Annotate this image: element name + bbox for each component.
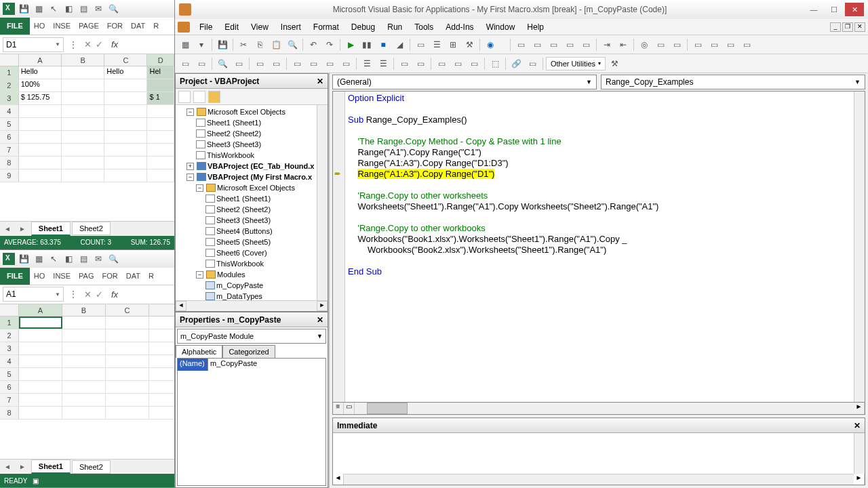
view-excel-icon[interactable]: ▦ xyxy=(178,37,193,52)
system-menu-icon[interactable] xyxy=(178,22,190,33)
cell[interactable] xyxy=(106,381,149,393)
cell[interactable] xyxy=(62,157,104,169)
menu-run[interactable]: Run xyxy=(382,20,408,34)
row-header[interactable]: 3 xyxy=(0,92,19,104)
col-header-b[interactable]: B xyxy=(62,304,106,316)
menu-debug[interactable]: Debug xyxy=(346,20,380,34)
cell[interactable] xyxy=(147,105,174,117)
tool-icon[interactable]: ▭ xyxy=(690,37,705,52)
cell[interactable] xyxy=(62,79,104,92)
mdi-close[interactable]: ✕ xyxy=(854,22,865,32)
col-header-c[interactable]: C xyxy=(106,304,149,316)
view-code-icon[interactable] xyxy=(178,91,191,103)
cell[interactable] xyxy=(62,355,106,367)
ribbon-tab-insert[interactable]: INSE xyxy=(49,18,75,35)
cell[interactable] xyxy=(19,157,62,169)
cell[interactable] xyxy=(104,144,147,156)
full-module-view-icon[interactable]: ▭ xyxy=(344,403,355,414)
tree-label[interactable]: VBAProject (My First Macro.x xyxy=(208,171,312,182)
print-icon[interactable]: ▦ xyxy=(33,253,45,265)
file-tab[interactable]: FILE xyxy=(0,18,30,35)
menu-tools[interactable]: Tools xyxy=(409,20,439,34)
tool-icon[interactable]: ▭ xyxy=(467,56,481,71)
cell[interactable] xyxy=(62,394,106,406)
procedure-view-icon[interactable]: ≡ xyxy=(333,403,344,414)
tree-label[interactable]: Sheet3 (Sheet3) xyxy=(216,215,271,226)
collapse-icon[interactable]: − xyxy=(196,184,203,192)
mail-icon[interactable]: ✉ xyxy=(92,253,104,265)
find-icon[interactable]: 🔍 xyxy=(285,37,300,52)
sheet-tab-sheet1[interactable]: Sheet1 xyxy=(31,460,71,474)
find-icon[interactable]: 🔍 xyxy=(107,3,119,15)
cell[interactable] xyxy=(19,131,62,143)
tool-icon[interactable]: ▭ xyxy=(530,37,545,52)
row-header[interactable]: 5 xyxy=(0,368,19,380)
menu-edit[interactable]: Edit xyxy=(219,20,244,34)
shape-icon[interactable]: ◧ xyxy=(62,3,75,15)
col-header-a[interactable]: A xyxy=(19,304,62,316)
cell[interactable] xyxy=(106,394,149,406)
fx-icon[interactable]: fx xyxy=(107,289,122,300)
save-icon[interactable]: 💾 xyxy=(18,253,30,265)
maximize-button[interactable]: ☐ xyxy=(825,3,844,16)
menu-window[interactable]: Window xyxy=(481,20,521,34)
menu-addins[interactable]: Add-Ins xyxy=(440,20,479,34)
cell[interactable] xyxy=(104,79,147,92)
tab-alphabetic[interactable]: Alphabetic xyxy=(176,345,222,358)
cell[interactable]: 100% xyxy=(19,79,62,92)
cell[interactable] xyxy=(62,407,106,419)
macro-record-icon[interactable]: ▣ xyxy=(33,477,39,485)
tool-icon[interactable]: 🔍 xyxy=(215,56,230,71)
tree-label[interactable]: Sheet5 (Sheet5) xyxy=(216,237,271,247)
tool-icon[interactable]: ▭ xyxy=(231,56,246,71)
cell[interactable] xyxy=(147,144,174,156)
toolbox-icon[interactable]: ⚒ xyxy=(462,37,477,52)
cell[interactable] xyxy=(62,317,106,329)
save-icon[interactable]: 💾 xyxy=(18,3,30,15)
tree-label[interactable]: Microsoft Excel Objects xyxy=(217,182,295,193)
tree-label[interactable]: Sheet6 (Cover) xyxy=(216,247,267,258)
collapse-icon[interactable]: − xyxy=(186,108,194,116)
col-header-c[interactable]: C xyxy=(104,54,147,66)
chevron-down-icon[interactable]: ▼ xyxy=(55,41,60,47)
worksheet-grid[interactable]: A B C D 1HelloHelloHel2100%3$ 125.75$ 14… xyxy=(0,54,174,221)
tool-icon[interactable]: ▭ xyxy=(653,37,668,52)
row-header[interactable]: 8 xyxy=(0,157,19,169)
col-header-d[interactable]: D xyxy=(147,54,174,66)
properties-grid[interactable]: (Name) m_CopyPaste xyxy=(177,358,326,486)
cell[interactable] xyxy=(104,131,147,143)
name-box[interactable]: D1▼ xyxy=(3,37,64,52)
cell[interactable] xyxy=(106,355,149,367)
row-header[interactable]: 5 xyxy=(0,118,19,130)
chevron-down-icon[interactable]: ▼ xyxy=(586,79,592,85)
close-button[interactable]: ✕ xyxy=(845,3,864,16)
vertical-scrollbar[interactable] xyxy=(317,105,328,300)
expand-icon[interactable]: + xyxy=(186,163,194,170)
save-icon[interactable]: 💾 xyxy=(215,37,230,52)
object-combo[interactable]: (General)▼ xyxy=(332,75,597,89)
tool-icon[interactable]: ◎ xyxy=(637,37,652,52)
close-icon[interactable]: ✕ xyxy=(854,421,861,430)
cell[interactable] xyxy=(106,368,149,380)
enter-icon[interactable]: ✓ xyxy=(96,289,103,300)
tool-icon[interactable]: ⚒ xyxy=(607,56,622,71)
cell[interactable] xyxy=(106,342,149,354)
cell[interactable] xyxy=(19,144,62,156)
row-header[interactable]: 9 xyxy=(0,169,19,182)
ribbon-tab-data[interactable]: DAT xyxy=(122,268,144,285)
row-header[interactable]: 4 xyxy=(0,355,19,367)
tree-label[interactable]: Modules xyxy=(217,269,245,280)
mail-icon[interactable]: ✉ xyxy=(92,3,104,15)
sheet-nav-prev[interactable]: ◄ xyxy=(0,463,15,470)
row-header[interactable]: 1 xyxy=(0,66,19,79)
close-icon[interactable]: ✕ xyxy=(317,315,323,325)
select-all-corner[interactable] xyxy=(0,54,19,66)
menu-format[interactable]: Format xyxy=(308,20,344,34)
toggle-folders-icon[interactable] xyxy=(208,91,220,103)
paste-icon[interactable]: 📋 xyxy=(269,37,283,52)
cell[interactable] xyxy=(62,144,104,156)
cell[interactable] xyxy=(19,329,62,342)
menu-help[interactable]: Help xyxy=(521,20,549,34)
tool-icon[interactable]: ▭ xyxy=(290,56,304,71)
select-all-corner[interactable] xyxy=(0,304,19,316)
